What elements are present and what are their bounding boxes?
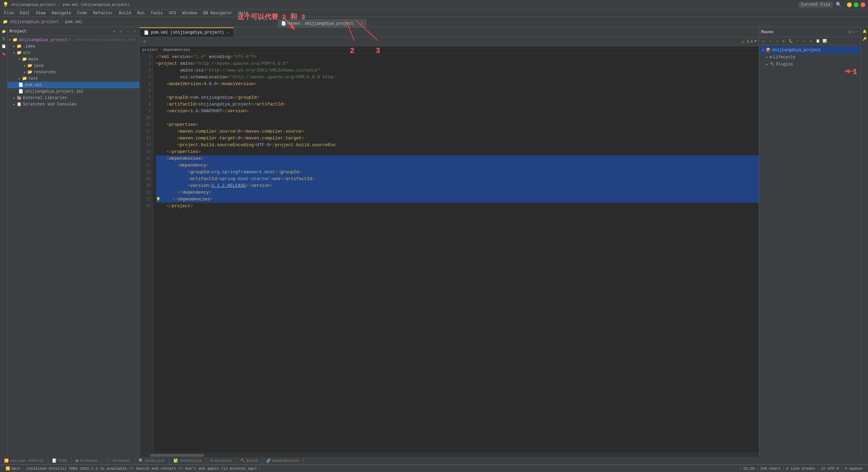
panel-expand-btn[interactable]: ⇱ (118, 29, 124, 34)
xml-eq-4: = (203, 67, 206, 74)
code-editor[interactable]: 1 2 3 4 5 6 7 8 9 10 ◆ 11 12 13 14 (140, 54, 759, 453)
sidebar-icon-db[interactable]: 🗄 (1, 36, 7, 42)
right-icon-keypromoter[interactable]: 🔑 (862, 36, 868, 42)
editor-nav-down[interactable]: ▼ (754, 39, 757, 44)
panel-close-btn[interactable]: ✕ (132, 29, 137, 34)
xml-br-12b: > (235, 128, 238, 135)
editor-nav-up[interactable]: ▲ (751, 39, 753, 44)
bottom-tab-version-control[interactable]: 🔀 Version Control (0, 457, 48, 464)
line-num-11: ◆ 11 (142, 121, 151, 128)
xml-bracket-1b: ?> (251, 54, 257, 60)
close-button[interactable] (861, 2, 865, 7)
bottom-tab-terminal[interactable]: ⬛ Terminal (102, 457, 135, 464)
tree-item-pom[interactable]: 📄 pom.xml (7, 82, 139, 88)
sidebar-icon-structure[interactable]: 📑 (1, 43, 7, 50)
tab-pom-xml[interactable]: 📄 pom.xml (shijiangdiya_project) ✕ (140, 27, 234, 37)
status-encoding[interactable]: LF UTF-8 (818, 467, 842, 471)
bottom-tab-sonarlint[interactable]: 🔍 SonarLint (135, 457, 169, 464)
right-icon-notifications[interactable]: 🔔 (862, 28, 868, 35)
current-file-label[interactable]: Current File (798, 2, 833, 8)
status-line-breaks-text: 6 line breaks (786, 467, 815, 471)
maven-btn-add[interactable]: + (774, 38, 780, 44)
status-position[interactable]: 22:20 (740, 467, 757, 471)
minimize-button[interactable] (847, 2, 852, 7)
tree-item-src[interactable]: ▾ 📁 src (7, 50, 139, 56)
editor-settings-btn[interactable]: ⚙ (142, 39, 147, 44)
tree-label-pom: pom.xml (25, 83, 42, 87)
maven-panel-close-icon[interactable]: — (856, 29, 859, 35)
maven-btn-diagram[interactable]: 📊 (822, 38, 828, 44)
menu-edit[interactable]: Edit (17, 10, 33, 16)
xml-br-22b: > (210, 196, 212, 203)
menu-build[interactable]: Build (116, 10, 134, 16)
maximize-button[interactable] (854, 2, 859, 7)
sidebar-icon-bookmarks[interactable]: 🔖 (1, 51, 7, 57)
status-vcs[interactable]: 🔀 main (3, 465, 23, 472)
menu-run[interactable]: Run (134, 10, 147, 16)
tree-item-root[interactable]: ▾ 📁 shijiangdiya_project D:\idea\project… (7, 37, 139, 43)
maven-item-project[interactable]: ▾ 📦 shijiangdiya_project (759, 46, 861, 54)
maven-btn-run[interactable]: ▶ (781, 38, 787, 44)
menu-file[interactable]: File (1, 10, 17, 16)
bottom-tab-problems[interactable]: Problems (72, 457, 102, 464)
search-icon[interactable]: 🔍 (836, 2, 842, 7)
menu-navigate[interactable]: Navigate (49, 10, 74, 16)
menu-window[interactable]: Window (180, 10, 200, 16)
tree-item-main[interactable]: ▾ 📁 main (7, 56, 139, 62)
maven-btn-debug[interactable]: 🐛 (788, 38, 794, 44)
status-line-breaks[interactable]: 6 line breaks (783, 467, 818, 471)
bottom-tab-checkstyle[interactable]: ✅ CheckStyle (169, 457, 206, 464)
xml-attr-schema: xsi:schemaLocation (156, 74, 228, 81)
horizontal-scrollbar[interactable] (140, 453, 759, 457)
menu-help[interactable]: Help (236, 10, 251, 16)
xml-bracket-5b: > (201, 81, 204, 87)
bulb-icon-22[interactable]: 💡 (156, 196, 161, 203)
notification-text: Localized IntelliJ IDEA 2022.2.2 is avai… (26, 467, 257, 471)
scrollbar-thumb[interactable] (150, 454, 204, 457)
maven-panel-settings-icon[interactable]: ⚙ (848, 29, 851, 35)
maven-btn-settings[interactable]: ⚙ (808, 38, 814, 44)
code-content[interactable]: <?xml version="1.0" encoding="UTF-8"?> <… (153, 54, 759, 453)
tree-item-idea[interactable]: ▸ 📁 .idea (7, 43, 139, 50)
bottom-tab-todo[interactable]: 📝 TODO (48, 457, 72, 464)
maven-btn-download[interactable]: ⬇ (767, 38, 773, 44)
maven-btn-generate[interactable]: 📋 (815, 38, 821, 44)
xml-br-8d: > (283, 101, 286, 108)
tree-item-ext-libs[interactable]: ▸ 📚 External Libraries (7, 95, 139, 101)
menu-view[interactable]: View (33, 10, 48, 16)
maven-btn-reload[interactable]: ↻ (761, 38, 767, 44)
code-line-16: <dependencies> (156, 155, 759, 162)
maven-btn-skip-tests[interactable]: ⚡ (794, 38, 801, 44)
status-indent[interactable]: 4 spaces (842, 467, 865, 471)
bottom-tab-services[interactable]: ⚙ Services (206, 457, 236, 464)
maven-item-lifecycle[interactable]: ▸ ⚙ Lifecycle (759, 54, 861, 61)
status-chars[interactable]: 240 chars (757, 467, 783, 471)
line-num-22: 22 (142, 196, 151, 203)
sidebar-icon-project[interactable]: 📁 (1, 28, 7, 35)
maven-item-plugins[interactable]: ▸ 🔌 Plugins (759, 61, 861, 68)
panel-settings-btn[interactable]: ⚙ (112, 29, 117, 34)
menu-refactor[interactable]: Refactor (91, 10, 116, 16)
code-line-3: xmlns:xsi="http://www.w3.org/2001/XMLSch… (156, 67, 759, 74)
tree-item-test[interactable]: ▸ 📁 test (7, 75, 139, 82)
menu-db-navigator[interactable]: DB Navigator (200, 10, 235, 16)
tab-close-btn[interactable]: ✕ (226, 30, 230, 35)
line-num-18: 18 (142, 169, 151, 176)
menu-code[interactable]: Code (75, 10, 90, 16)
maven-file-popup: 📄 Maven: shijiangdiya_project ✕ (278, 27, 366, 27)
bottom-tab-deps[interactable]: 🔗 Dependencies (262, 457, 303, 464)
panel-title: Project (9, 29, 26, 34)
tree-item-java[interactable]: ▸ 📂 java (7, 62, 139, 69)
maven-panel-expand-icon[interactable]: ⇱ (852, 29, 855, 35)
xml-indent-21 (156, 189, 177, 196)
maven-btn-thread[interactable]: ⇔ (801, 38, 807, 44)
tree-item-resources[interactable]: ▸ 📂 resources (7, 69, 139, 75)
tree-item-iml[interactable]: 📄 shijiangdiya_project.iml (7, 88, 139, 95)
status-notification[interactable]: Localized IntelliJ IDEA 2022.2.2 is avai… (23, 465, 260, 472)
bottom-tab-build[interactable]: 🔨 Build (236, 457, 262, 464)
menu-tools[interactable]: Tools (148, 10, 165, 16)
code-line-9: <version>1.0-SNAPSHOT</version> (156, 108, 759, 115)
menu-vcs[interactable]: VCS (166, 10, 179, 16)
tree-item-scratches[interactable]: ▸ 📋 Scratches and Consoles (7, 101, 139, 107)
panel-collapse-btn[interactable]: — (125, 29, 131, 34)
